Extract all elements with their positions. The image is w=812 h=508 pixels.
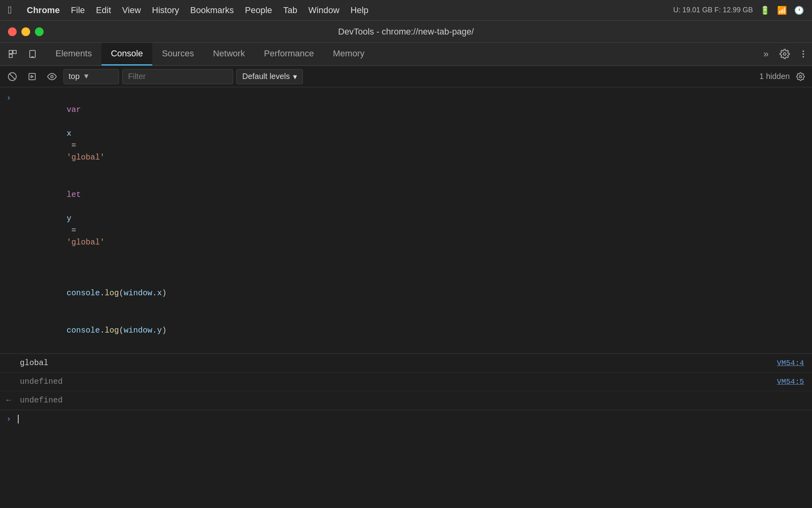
tab-console[interactable]: Console <box>102 42 153 65</box>
output-undefined-2: undefined <box>17 394 812 406</box>
close-button[interactable] <box>8 27 17 36</box>
input-prompt: › <box>0 414 17 423</box>
clock-icon: 🕐 <box>794 6 804 15</box>
log-levels-button[interactable]: Default levels ▾ <box>236 69 303 84</box>
menubar-system-tray: U: 19.01 GB F: 12.99 GB 🔋 📶 🕐 <box>673 6 804 15</box>
minimize-button[interactable] <box>21 27 30 36</box>
var-y: y <box>67 214 71 223</box>
console-settings-button[interactable] <box>793 69 808 84</box>
svg-rect-1 <box>13 50 16 54</box>
svg-rect-0 <box>9 50 12 54</box>
str-global-1: 'global' <box>67 153 105 162</box>
output-row-global: global VM54:4 <box>0 354 812 372</box>
devtools-panel: Elements Console Sources Network Perform… <box>0 43 812 508</box>
tab-bar: Elements Console Sources Network Perform… <box>0 43 812 66</box>
console-toolbar: top ▼ Default levels ▾ 1 hidden <box>0 66 812 87</box>
menubar:  Chrome File Edit View History Bookmark… <box>0 0 812 21</box>
tab-elements[interactable]: Elements <box>46 42 102 65</box>
tab-sources[interactable]: Sources <box>152 42 203 65</box>
prop-y: y <box>157 326 162 335</box>
window-title: DevTools - chrome://new-tab-page/ <box>338 27 474 37</box>
console-output: › var x = 'global' let y = 'global' <box>0 87 812 508</box>
titlebar: DevTools - chrome://new-tab-page/ <box>0 21 812 43</box>
obj-window-2: window <box>124 326 152 335</box>
code-line-4: console.log(window.y) <box>17 313 812 348</box>
more-tabs-button[interactable]: » <box>757 45 775 63</box>
code-line-3: console.log(window.x) <box>17 275 812 311</box>
hidden-messages-badge: 1 hidden <box>759 72 790 81</box>
prompt-chevron: › <box>0 92 17 102</box>
svg-point-6 <box>802 50 804 52</box>
code-line-1: var x = 'global' <box>17 92 812 175</box>
battery-icon: 🔋 <box>760 6 770 15</box>
menubar-chrome[interactable]: Chrome <box>27 5 60 15</box>
console-line-4: console.log(window.y) <box>0 312 812 349</box>
svg-line-10 <box>10 73 15 79</box>
tab-network[interactable]: Network <box>203 42 255 65</box>
prop-x: x <box>157 289 162 298</box>
text-cursor <box>18 415 19 423</box>
obj-window-1: window <box>124 289 152 298</box>
context-dropdown-arrow: ▼ <box>83 72 90 81</box>
vm54-4-link[interactable]: VM54:4 <box>777 359 804 368</box>
console-line-blank <box>0 261 812 275</box>
svg-rect-11 <box>29 73 35 80</box>
vm54-5-link[interactable]: VM54:5 <box>777 377 804 386</box>
devtools-more-options-button[interactable] <box>795 45 812 63</box>
return-arrow-prefix: ← <box>0 396 17 405</box>
console-input[interactable] <box>17 415 19 423</box>
return-arrow-icon: ← <box>6 396 11 405</box>
system-info: U: 19.01 GB F: 12.99 GB <box>673 6 753 14</box>
execute-button[interactable] <box>24 68 40 85</box>
svg-point-16 <box>799 75 802 78</box>
context-selector[interactable]: top ▼ <box>63 69 119 84</box>
code-line-2: let y = 'global' <box>17 177 812 260</box>
console-line-1: › var x = 'global' <box>0 91 812 176</box>
keyword-var: var <box>67 105 81 114</box>
menubar-view[interactable]: View <box>122 5 141 15</box>
filter-input[interactable] <box>122 69 233 84</box>
obj-console-2: console <box>67 326 100 335</box>
var-x: x <box>67 129 71 138</box>
clear-console-button[interactable] <box>4 68 21 85</box>
console-code-block: › var x = 'global' let y = 'global' <box>0 87 812 354</box>
obj-console-1: console <box>67 289 100 298</box>
svg-point-7 <box>802 53 804 55</box>
svg-point-5 <box>783 53 786 56</box>
menubar-edit[interactable]: Edit <box>96 5 111 15</box>
output-row-undefined-1: undefined VM54:5 <box>0 372 812 391</box>
apple-menu[interactable]:  <box>8 4 12 16</box>
menubar-people[interactable]: People <box>245 5 272 15</box>
live-expressions-button[interactable] <box>44 68 60 85</box>
svg-rect-2 <box>9 54 12 58</box>
menubar-file[interactable]: File <box>71 5 85 15</box>
output-global: global <box>17 357 777 369</box>
str-global-2: 'global' <box>67 238 105 247</box>
context-value: top <box>69 72 80 81</box>
fn-log-1: log <box>105 289 119 298</box>
output-row-return: ← undefined <box>0 391 812 410</box>
svg-point-8 <box>802 56 804 58</box>
tab-performance[interactable]: Performance <box>255 42 324 65</box>
tab-memory[interactable]: Memory <box>324 42 374 65</box>
menubar-history[interactable]: History <box>152 5 179 15</box>
keyword-let: let <box>67 190 81 199</box>
device-toolbar-icon-btn[interactable] <box>24 45 41 63</box>
console-input-line: › <box>0 410 812 428</box>
wifi-icon: 📶 <box>777 6 787 15</box>
menubar-bookmarks[interactable]: Bookmarks <box>190 5 234 15</box>
console-line-2: let y = 'global' <box>0 176 812 261</box>
console-line-3: console.log(window.x) <box>0 275 812 312</box>
window-controls <box>8 27 44 36</box>
menubar-help[interactable]: Help <box>350 5 368 15</box>
output-undefined-1: undefined <box>17 376 777 388</box>
devtools-settings-button[interactable] <box>775 44 795 64</box>
menubar-tab[interactable]: Tab <box>283 5 297 15</box>
svg-point-15 <box>51 75 53 78</box>
inspector-icon-btn[interactable] <box>4 45 21 63</box>
menubar-window[interactable]: Window <box>308 5 339 15</box>
levels-label: Default levels <box>242 72 290 81</box>
maximize-button[interactable] <box>35 27 44 36</box>
levels-arrow: ▾ <box>293 72 297 81</box>
fn-log-2: log <box>105 326 119 335</box>
